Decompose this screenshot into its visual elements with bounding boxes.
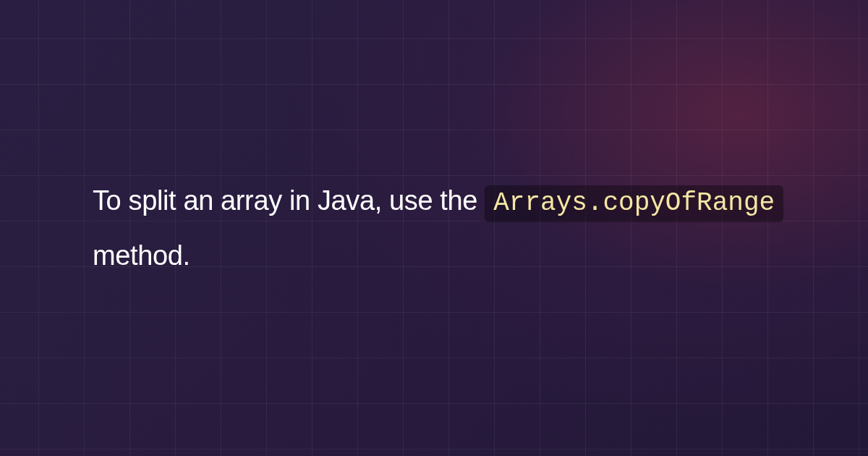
text-after-code: method. xyxy=(93,240,190,271)
main-text: To split an array in Java, use the Array… xyxy=(0,174,868,282)
card-container: To split an array in Java, use the Array… xyxy=(0,0,868,456)
inline-code: Arrays.copyOfRange xyxy=(485,185,783,222)
text-before-code: To split an array in Java, use the xyxy=(93,185,485,216)
